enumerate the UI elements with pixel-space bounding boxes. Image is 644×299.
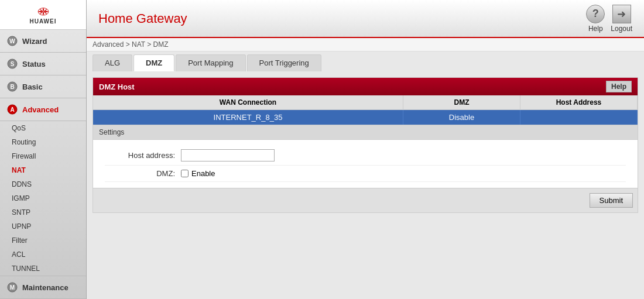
settings-label: Settings <box>93 125 638 140</box>
enable-label: Enable <box>191 169 215 178</box>
sidebar-label-status: Status <box>22 60 46 68</box>
form-area: Host address: DMZ: Enable <box>93 140 638 188</box>
dmz-enable-checkbox[interactable] <box>181 170 189 177</box>
advanced-subnav: QoS Routing Firewall NAT DDNS IGMP SNTP … <box>0 121 86 276</box>
table-row[interactable]: INTERNET_R_8_35 Disable <box>93 110 638 125</box>
breadcrumb-text: Advanced > NAT > DMZ <box>93 40 169 49</box>
sidebar-item-igmp[interactable]: IGMP <box>0 191 86 205</box>
tab-dmz[interactable]: DMZ <box>133 54 174 71</box>
tab-port-triggering[interactable]: Port Triggering <box>247 54 321 71</box>
svg-text:W: W <box>9 38 15 44</box>
huawei-logo-icon <box>37 5 50 18</box>
sidebar-label-maintenance: Maintenance <box>22 283 68 292</box>
panel-help-button[interactable]: Help <box>606 81 632 92</box>
panel-title: DMZ Host <box>99 83 135 91</box>
header-actions: ? Help ➜ Logout <box>586 5 632 33</box>
sidebar: HUAWEI W Wizard S Status B Basic A Advan… <box>0 0 87 299</box>
sidebar-item-advanced[interactable]: A Advanced <box>0 98 86 121</box>
cell-host-address <box>520 110 638 125</box>
host-address-label: Host address: <box>105 151 175 160</box>
sidebar-item-nat[interactable]: NAT <box>0 163 86 177</box>
sidebar-item-qos[interactable]: QoS <box>0 121 86 135</box>
sidebar-item-sntp[interactable]: SNTP <box>0 205 86 219</box>
host-address-input[interactable] <box>181 149 275 161</box>
cell-dmz: Disable <box>403 110 520 125</box>
logo-area: HUAWEI <box>0 0 86 30</box>
content-area: DMZ Host Help WAN Connection DMZ Host Ad… <box>87 71 644 299</box>
dmz-panel: DMZ Host Help WAN Connection DMZ Host Ad… <box>93 77 638 213</box>
svg-text:S: S <box>11 61 15 67</box>
svg-text:B: B <box>10 84 14 90</box>
sidebar-item-maintenance[interactable]: M Maintenance <box>0 276 86 299</box>
sidebar-item-acl[interactable]: ACL <box>0 248 86 262</box>
sidebar-label-wizard: Wizard <box>22 37 47 46</box>
help-label: Help <box>588 25 603 33</box>
svg-text:M: M <box>10 284 15 291</box>
submit-button[interactable]: Submit <box>590 193 633 208</box>
col-wan: WAN Connection <box>93 95 403 109</box>
sidebar-label-basic: Basic <box>22 83 43 91</box>
table-header: WAN Connection DMZ Host Address <box>93 95 638 110</box>
tab-alg[interactable]: ALG <box>93 54 132 71</box>
maintenance-icon: M <box>6 281 19 294</box>
form-actions: Submit <box>93 188 638 212</box>
logout-icon: ➜ <box>612 5 631 23</box>
tab-port-mapping[interactable]: Port Mapping <box>176 54 245 71</box>
sidebar-label-advanced: Advanced <box>22 105 59 114</box>
sidebar-item-filter[interactable]: Filter <box>0 233 86 248</box>
sidebar-item-routing[interactable]: Routing <box>0 135 86 149</box>
logout-button[interactable]: ➜ Logout <box>611 5 632 33</box>
svg-text:A: A <box>10 106 14 113</box>
host-address-row: Host address: <box>105 146 626 166</box>
sidebar-item-ddns[interactable]: DDNS <box>0 177 86 191</box>
header: Home Gateway ? Help ➜ Logout <box>87 0 644 38</box>
wizard-icon: W <box>6 35 19 47</box>
sidebar-item-tunnel[interactable]: TUNNEL <box>0 262 86 276</box>
help-icon: ? <box>586 5 605 23</box>
page-title: Home Gateway <box>98 11 187 26</box>
cell-wan: INTERNET_R_8_35 <box>93 110 403 125</box>
dmz-label: DMZ: <box>105 169 175 178</box>
col-dmz: DMZ <box>403 95 520 109</box>
panel-header: DMZ Host Help <box>93 78 638 95</box>
advanced-icon: A <box>6 103 19 116</box>
breadcrumb: Advanced > NAT > DMZ <box>87 38 644 51</box>
basic-icon: B <box>6 80 19 93</box>
logo-text: HUAWEI <box>30 18 57 25</box>
sidebar-item-status[interactable]: S Status <box>0 53 86 75</box>
sidebar-item-firewall[interactable]: Firewall <box>0 149 86 163</box>
sidebar-item-wizard[interactable]: W Wizard <box>0 30 86 53</box>
col-host-address: Host Address <box>520 95 638 109</box>
main-content: Home Gateway ? Help ➜ Logout Advanced > … <box>87 0 644 299</box>
sidebar-item-basic[interactable]: B Basic <box>0 75 86 98</box>
logout-label: Logout <box>611 25 632 33</box>
status-icon: S <box>6 57 19 70</box>
dmz-row: DMZ: Enable <box>105 166 626 182</box>
tab-bar: ALG DMZ Port Mapping Port Triggering <box>87 51 644 71</box>
sidebar-item-upnp[interactable]: UPNP <box>0 219 86 233</box>
huawei-logo: HUAWEI <box>30 5 57 25</box>
help-button[interactable]: ? Help <box>586 5 605 33</box>
